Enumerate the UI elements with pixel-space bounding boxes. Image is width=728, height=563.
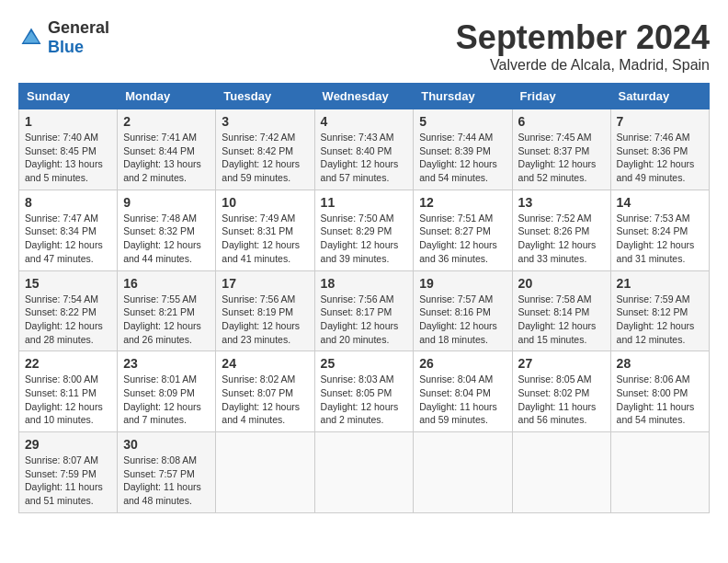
calendar-cell-7: 7Sunrise: 7:46 AMSunset: 8:36 PMDaylight…: [610, 109, 709, 190]
calendar-cell-4: 4Sunrise: 7:43 AMSunset: 8:40 PMDaylight…: [314, 109, 414, 190]
logo: General Blue: [18, 18, 109, 57]
calendar-table: Sunday Monday Tuesday Wednesday Thursday…: [18, 83, 710, 513]
col-thursday: Thursday: [414, 84, 512, 109]
calendar-cell-21: 21Sunrise: 7:59 AMSunset: 8:12 PMDayligh…: [610, 270, 709, 351]
calendar-cell-12: 12Sunrise: 7:51 AMSunset: 8:27 PMDayligh…: [414, 190, 512, 270]
calendar-cell-27: 27Sunrise: 8:05 AMSunset: 8:02 PMDayligh…: [512, 351, 610, 432]
calendar-header-row: Sunday Monday Tuesday Wednesday Thursday…: [19, 84, 710, 109]
calendar-cell-5: 5Sunrise: 7:44 AMSunset: 8:39 PMDaylight…: [414, 109, 512, 190]
calendar-cell-22: 22Sunrise: 8:00 AMSunset: 8:11 PMDayligh…: [19, 351, 118, 432]
calendar-cell-empty-w4c4: [414, 432, 512, 513]
calendar-cell-20: 20Sunrise: 7:58 AMSunset: 8:14 PMDayligh…: [512, 270, 610, 351]
calendar-cell-6: 6Sunrise: 7:45 AMSunset: 8:37 PMDaylight…: [512, 109, 610, 190]
calendar-cell-28: 28Sunrise: 8:06 AMSunset: 8:00 PMDayligh…: [610, 351, 709, 432]
logo-general: General: [48, 18, 109, 37]
calendar-cell-13: 13Sunrise: 7:52 AMSunset: 8:26 PMDayligh…: [512, 190, 610, 270]
logo-icon: [18, 25, 44, 51]
calendar-cell-23: 23Sunrise: 8:01 AMSunset: 8:09 PMDayligh…: [118, 351, 216, 432]
calendar-cell-1: 1Sunrise: 7:40 AMSunset: 8:45 PMDaylight…: [19, 109, 118, 190]
col-saturday: Saturday: [610, 84, 709, 109]
calendar-cell-30: 30Sunrise: 8:08 AMSunset: 7:57 PMDayligh…: [118, 432, 216, 513]
calendar-cell-3: 3Sunrise: 7:42 AMSunset: 8:42 PMDaylight…: [216, 109, 314, 190]
calendar-cell-14: 14Sunrise: 7:53 AMSunset: 8:24 PMDayligh…: [610, 190, 709, 270]
calendar-cell-25: 25Sunrise: 8:03 AMSunset: 8:05 PMDayligh…: [314, 351, 414, 432]
calendar-cell-11: 11Sunrise: 7:50 AMSunset: 8:29 PMDayligh…: [314, 190, 414, 270]
week-row-4: 22Sunrise: 8:00 AMSunset: 8:11 PMDayligh…: [19, 351, 710, 432]
calendar-cell-15: 15Sunrise: 7:54 AMSunset: 8:22 PMDayligh…: [19, 270, 118, 351]
calendar-cell-29: 29Sunrise: 8:07 AMSunset: 7:59 PMDayligh…: [19, 432, 118, 513]
month-title: September 2024: [456, 18, 710, 57]
col-wednesday: Wednesday: [314, 84, 414, 109]
calendar-cell-16: 16Sunrise: 7:55 AMSunset: 8:21 PMDayligh…: [118, 270, 216, 351]
calendar-cell-empty-w4c5: [512, 432, 610, 513]
calendar-cell-9: 9Sunrise: 7:48 AMSunset: 8:32 PMDaylight…: [118, 190, 216, 270]
week-row-2: 8Sunrise: 7:47 AMSunset: 8:34 PMDaylight…: [19, 190, 710, 270]
col-sunday: Sunday: [19, 84, 118, 109]
calendar-cell-empty-w4c2: [216, 432, 314, 513]
calendar-cell-19: 19Sunrise: 7:57 AMSunset: 8:16 PMDayligh…: [414, 270, 512, 351]
title-area: September 2024 Valverde de Alcala, Madri…: [456, 18, 710, 74]
calendar-cell-8: 8Sunrise: 7:47 AMSunset: 8:34 PMDaylight…: [19, 190, 118, 270]
week-row-3: 15Sunrise: 7:54 AMSunset: 8:22 PMDayligh…: [19, 270, 710, 351]
calendar-cell-24: 24Sunrise: 8:02 AMSunset: 8:07 PMDayligh…: [216, 351, 314, 432]
location-title: Valverde de Alcala, Madrid, Spain: [456, 57, 710, 74]
col-tuesday: Tuesday: [216, 84, 314, 109]
calendar-cell-2: 2Sunrise: 7:41 AMSunset: 8:44 PMDaylight…: [118, 109, 216, 190]
week-row-5: 29Sunrise: 8:07 AMSunset: 7:59 PMDayligh…: [19, 432, 710, 513]
col-friday: Friday: [512, 84, 610, 109]
week-row-1: 1Sunrise: 7:40 AMSunset: 8:45 PMDaylight…: [19, 109, 710, 190]
calendar-cell-17: 17Sunrise: 7:56 AMSunset: 8:19 PMDayligh…: [216, 270, 314, 351]
page-header: General Blue September 2024 Valverde de …: [18, 18, 710, 74]
col-monday: Monday: [118, 84, 216, 109]
calendar-cell-empty-w4c6: [610, 432, 709, 513]
calendar-cell-empty-w4c3: [314, 432, 414, 513]
calendar-cell-26: 26Sunrise: 8:04 AMSunset: 8:04 PMDayligh…: [414, 351, 512, 432]
logo-blue: Blue: [48, 38, 84, 56]
calendar-cell-18: 18Sunrise: 7:56 AMSunset: 8:17 PMDayligh…: [314, 270, 414, 351]
calendar-cell-10: 10Sunrise: 7:49 AMSunset: 8:31 PMDayligh…: [216, 190, 314, 270]
